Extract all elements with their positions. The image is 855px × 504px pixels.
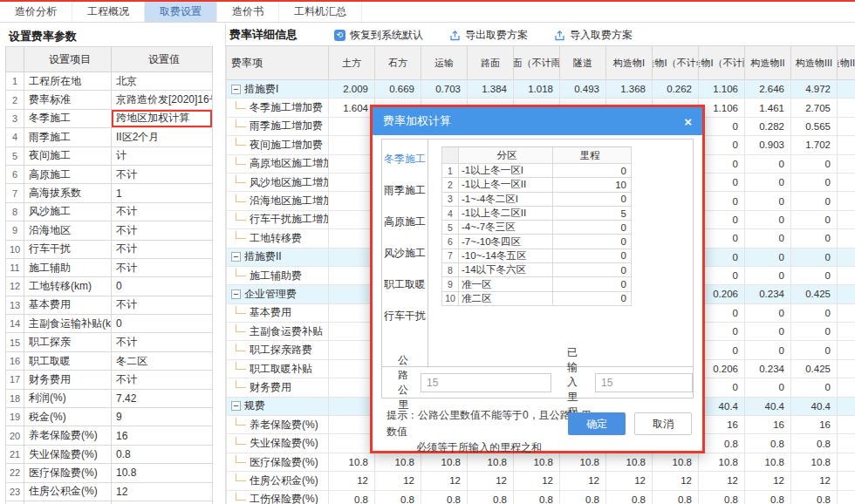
setting-value[interactable]: 京路造价发[2020]16号 (112, 91, 213, 109)
export-plan-button[interactable]: 导出取费方案 (449, 28, 528, 43)
zone-row[interactable]: 2 -1以上冬一区II 10 (441, 178, 632, 192)
settings-row[interactable]: 21 失业保险费(%) 0.8 (5, 446, 213, 464)
fee-table-row[interactable]: 工伤保险费(%) 0.8 0.8 0.8 0.8 0.8 0.8 0.8 0.8… (226, 491, 855, 504)
entered-mileage-input[interactable] (595, 373, 693, 392)
mileage-value[interactable]: 10 (553, 178, 632, 192)
zone-row[interactable]: 9 准一区 0 (441, 277, 632, 291)
calc-category-item[interactable]: 冬季施工 (382, 143, 428, 174)
settings-row[interactable]: 5 夜间施工 计 (5, 147, 213, 166)
setting-item: 夜间施工 (24, 147, 112, 166)
mileage-value[interactable]: 5 (553, 207, 632, 221)
calc-category-item[interactable]: 职工取暖 (382, 269, 428, 300)
mileage-value[interactable]: 0 (553, 235, 632, 249)
zone-row[interactable]: 7 -10~-14冬五区 0 (441, 249, 632, 263)
mileage-value[interactable]: 0 (553, 292, 632, 306)
calc-category-item[interactable]: 高原施工 (382, 206, 428, 237)
settings-row[interactable]: 22 医疗保险费(%) 10.8 (5, 464, 213, 482)
close-icon[interactable]: × (684, 114, 692, 129)
setting-value[interactable]: 不计 (112, 333, 213, 351)
collapse-icon[interactable] (231, 289, 241, 299)
setting-value[interactable]: 12 (112, 483, 213, 501)
settings-row[interactable]: 1 工程所在地 北京 (5, 72, 213, 91)
restore-default-button[interactable]: ⟲ 恢复到系统默认 (334, 28, 423, 43)
fee-table-row[interactable]: 医疗保险费(%) 10.8 10.8 10.8 10.8 10.8 10.8 1… (226, 453, 855, 472)
cancel-button[interactable]: 取消 (634, 412, 692, 435)
zone-row[interactable]: 10 准二区 0 (441, 292, 632, 306)
setting-value[interactable]: 0.8 (112, 446, 213, 464)
settings-row[interactable]: 17 财务费用 不计 (5, 371, 213, 389)
settings-row[interactable]: 8 风沙施工 不计 (5, 203, 213, 221)
tab[interactable]: 取费设置 (145, 2, 217, 22)
settings-row[interactable]: 16 职工取暖 冬二区 (5, 352, 213, 371)
settings-row[interactable]: 12 工地转移(km) 0 (5, 277, 213, 296)
settings-row[interactable]: 13 基本费用 不计 (5, 296, 213, 315)
setting-value[interactable]: 不计 (112, 259, 213, 277)
settings-row[interactable]: 3 冬季施工 跨地区加权计算 (5, 110, 213, 128)
setting-value[interactable]: 16 (112, 426, 213, 445)
setting-value[interactable]: 0 (112, 315, 213, 333)
confirm-button[interactable]: 确定 (568, 412, 626, 435)
setting-value[interactable]: 冬二区 (112, 352, 213, 371)
collapse-icon[interactable] (231, 252, 241, 262)
tab[interactable]: 造价书 (217, 2, 279, 22)
zone-row[interactable]: 3 -1~-4冬二区I 0 (441, 193, 632, 207)
setting-value[interactable]: 不计 (112, 203, 213, 221)
setting-value[interactable]: 不计 (112, 241, 213, 259)
settings-row[interactable]: 6 高原施工 不计 (5, 166, 213, 184)
settings-row[interactable]: 10 行车干扰 不计 (5, 241, 213, 259)
fee-value-cell: 0 (791, 155, 838, 174)
collapse-icon[interactable] (231, 85, 241, 94)
setting-value[interactable]: 北京 (112, 72, 213, 91)
dialog-titlebar[interactable]: 费率加权计算 × (373, 107, 702, 135)
settings-row[interactable]: 19 税金(%) 9 (5, 408, 213, 426)
zone-row[interactable]: 5 -4~-7冬三区 0 (441, 221, 632, 235)
settings-row[interactable]: 20 养老保险费(%) 16 (5, 426, 213, 445)
zone-row[interactable]: 4 -1以上冬二区II 5 (441, 207, 632, 221)
zone-row[interactable]: 1 -1以上冬一区I 0 (441, 164, 632, 178)
highway-km-input[interactable] (421, 373, 551, 392)
setting-value[interactable]: 不计 (112, 371, 213, 389)
setting-value[interactable]: 9 (112, 408, 213, 426)
settings-row[interactable]: 9 沿海地区 不计 (5, 221, 213, 240)
corner-cell (441, 146, 459, 164)
tab[interactable]: 工料机汇总 (279, 2, 362, 22)
calc-category-item[interactable]: 雨季施工 (382, 174, 428, 206)
setting-value[interactable]: 不计 (112, 296, 213, 315)
setting-value[interactable]: 计 (112, 147, 213, 166)
collapse-icon[interactable] (231, 401, 241, 411)
settings-row[interactable]: 23 住房公积金(%) 12 (5, 483, 213, 501)
setting-value[interactable]: 10.8 (112, 464, 213, 482)
settings-row[interactable]: 11 施工辅助 不计 (5, 259, 213, 277)
export-label: 导出取费方案 (465, 28, 528, 43)
calc-category-item[interactable]: 风沙施工 (382, 237, 428, 269)
mileage-value[interactable]: 0 (553, 263, 632, 277)
setting-value[interactable]: 不计 (112, 221, 213, 240)
tab[interactable]: 工程概况 (72, 2, 145, 22)
setting-value[interactable]: 跨地区加权计算 (112, 110, 213, 128)
fee-value-cell: 10.8 (329, 453, 375, 472)
mileage-value[interactable]: 0 (553, 249, 632, 263)
fee-table-row[interactable]: 措施费I 2.009 0.669 0.703 1.384 1.018 0.493… (226, 80, 855, 99)
settings-row[interactable]: 2 费率标准 京路造价发[2020]16号 (5, 91, 213, 109)
zone-row[interactable]: 6 -7~-10冬四区 0 (441, 235, 632, 249)
mileage-value[interactable]: 0 (553, 277, 632, 291)
setting-value[interactable]: 0 (112, 277, 213, 296)
setting-value[interactable]: II区2个月 (112, 128, 213, 146)
setting-value[interactable]: 不计 (112, 166, 213, 184)
settings-row[interactable]: 7 高海拔系数 1 (5, 184, 213, 202)
import-plan-button[interactable]: 导入取费方案 (554, 28, 633, 43)
mileage-value[interactable]: 0 (553, 221, 632, 235)
tab[interactable]: 造价分析 (0, 2, 72, 22)
settings-row[interactable]: 18 利润(%) 7.42 (5, 390, 213, 408)
setting-item: 财务费用 (24, 371, 112, 389)
zone-row[interactable]: 8 -14以下冬六区 0 (441, 263, 632, 277)
settings-row[interactable]: 14 主副食运输补贴(km) 0 (5, 315, 213, 333)
settings-row[interactable]: 4 雨季施工 II区2个月 (5, 128, 213, 146)
mileage-value[interactable]: 0 (553, 193, 632, 207)
calc-category-item[interactable]: 行车干扰 (382, 300, 428, 331)
mileage-value[interactable]: 0 (553, 164, 632, 178)
setting-value[interactable]: 1 (112, 184, 213, 202)
fee-table-row[interactable]: 住房公积金(%) 12 12 12 12 12 12 12 12 12 12 1… (226, 472, 855, 490)
settings-row[interactable]: 15 职工探亲 不计 (5, 333, 213, 351)
setting-value[interactable]: 7.42 (112, 390, 213, 408)
